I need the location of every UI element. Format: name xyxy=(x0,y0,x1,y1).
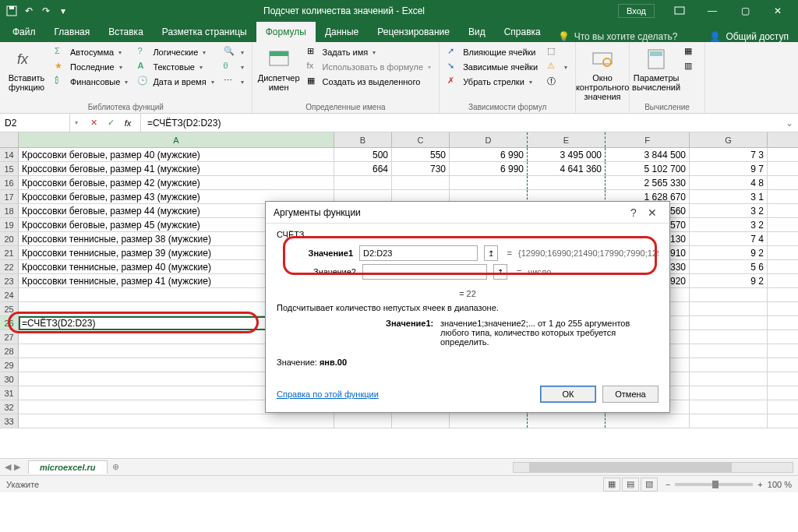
row-header[interactable]: 21 xyxy=(0,246,19,259)
cell[interactable] xyxy=(450,176,528,189)
trace-dependents-button[interactable]: ➘Зависимые ячейки xyxy=(444,60,541,74)
cell[interactable] xyxy=(528,414,606,428)
create-from-selection-button[interactable]: ▦Создать из выделенного xyxy=(304,75,435,89)
tab-page-layout[interactable]: Разметка страницы xyxy=(153,22,256,42)
maximize-icon[interactable]: ▢ xyxy=(729,0,761,22)
fx-icon[interactable]: fx xyxy=(122,117,134,129)
cell[interactable] xyxy=(690,414,768,428)
cell[interactable] xyxy=(690,302,768,315)
login-button[interactable]: Вход xyxy=(618,4,655,18)
dialog-help-icon[interactable]: ? xyxy=(624,203,643,222)
cell[interactable]: 550 xyxy=(392,148,450,161)
col-header[interactable]: A xyxy=(19,132,334,147)
calc-options-button[interactable]: Параметры вычислений xyxy=(634,45,678,101)
math-button[interactable]: θ▾ xyxy=(221,60,247,74)
tab-file[interactable]: Файл xyxy=(3,22,45,42)
horizontal-scrollbar[interactable] xyxy=(513,462,793,473)
cancel-button[interactable]: Отмена xyxy=(602,386,659,403)
cell[interactable]: 9 2 xyxy=(690,274,768,287)
datetime-button[interactable]: 🕒Дата и время▾ xyxy=(134,75,217,89)
cancel-formula-icon[interactable]: ✕ xyxy=(87,117,100,129)
cell[interactable]: Кроссовки беговые, размер 42 (мужские) xyxy=(19,176,334,189)
tab-home[interactable]: Главная xyxy=(45,22,100,42)
minimize-icon[interactable]: — xyxy=(697,0,728,22)
cell[interactable]: 9 2 xyxy=(690,246,768,259)
close-icon[interactable]: ✕ xyxy=(762,0,793,22)
row-header[interactable]: 14 xyxy=(0,148,19,161)
normal-view-icon[interactable]: ▦ xyxy=(603,477,620,491)
col-header[interactable]: C xyxy=(392,132,450,147)
cell[interactable]: 7 3 xyxy=(690,148,768,161)
cell[interactable] xyxy=(450,414,528,428)
row-header[interactable]: 28 xyxy=(0,344,19,358)
dialog-close-icon[interactable]: ✕ xyxy=(643,203,662,222)
row-header[interactable]: 30 xyxy=(0,372,19,386)
arg2-input[interactable] xyxy=(362,264,487,280)
sheet-next-icon[interactable]: ▶ xyxy=(14,462,20,472)
trace-precedents-button[interactable]: ➚Влияющие ячейки xyxy=(444,45,541,59)
function-help-link[interactable]: Справка по этой функции xyxy=(277,389,379,399)
cell[interactable]: 730 xyxy=(392,162,450,175)
row-header[interactable]: 23 xyxy=(0,274,19,287)
expand-formula-icon[interactable]: ⌄ xyxy=(781,118,798,129)
tell-me-search[interactable]: 💡 Что вы хотите сделать? xyxy=(558,31,678,42)
row-header[interactable]: 27 xyxy=(0,330,19,344)
calc-sheet-button[interactable]: ▥ xyxy=(681,60,700,74)
cell[interactable] xyxy=(690,330,768,344)
text-button[interactable]: AТекстовые▾ xyxy=(134,60,217,74)
cell[interactable]: 7 4 xyxy=(690,232,768,245)
cell[interactable]: 3 2 xyxy=(690,204,768,217)
select-all-corner[interactable] xyxy=(0,132,19,147)
cell[interactable]: 3 495 000 xyxy=(528,148,606,161)
accept-formula-icon[interactable]: ✓ xyxy=(104,117,117,129)
undo-icon[interactable]: ↶ xyxy=(22,4,36,18)
cell[interactable]: 5 102 700 xyxy=(606,162,690,175)
name-manager-button[interactable]: Диспетчер имен xyxy=(257,45,301,101)
financial-button[interactable]: ₿Финансовые▾ xyxy=(51,75,131,89)
row-header[interactable]: 22 xyxy=(0,260,19,273)
row-header[interactable]: 18 xyxy=(0,204,19,217)
cell[interactable]: Кроссовки беговые, размер 41 (мужские) xyxy=(19,162,334,175)
range-picker-icon[interactable]: ↥ xyxy=(484,245,497,261)
tab-insert[interactable]: Вставка xyxy=(99,22,153,42)
col-header[interactable]: D xyxy=(450,132,528,147)
cell[interactable] xyxy=(690,316,768,329)
col-header[interactable]: F xyxy=(606,132,690,147)
ok-button[interactable]: ОК xyxy=(540,386,596,403)
tab-view[interactable]: Вид xyxy=(459,22,495,42)
cell[interactable] xyxy=(690,344,768,358)
cell[interactable]: 500 xyxy=(334,148,392,161)
page-break-view-icon[interactable]: ▧ xyxy=(641,477,658,491)
remove-arrows-button[interactable]: ✗Убрать стрелки▾ xyxy=(444,75,541,89)
cell[interactable]: 4 8 xyxy=(690,176,768,189)
name-box[interactable]: D2 xyxy=(0,114,70,132)
row-header[interactable]: 25 xyxy=(0,302,19,315)
cell[interactable]: 3 844 500 xyxy=(606,148,690,161)
cell[interactable]: 9 7 xyxy=(690,162,768,175)
tab-review[interactable]: Рецензирование xyxy=(368,22,459,42)
cell[interactable]: 3 1 xyxy=(690,190,768,203)
ribbon-options-icon[interactable] xyxy=(664,0,695,22)
cell[interactable] xyxy=(690,400,768,414)
row-header[interactable]: 16 xyxy=(0,176,19,189)
cell[interactable]: 2 565 330 xyxy=(606,176,690,189)
zoom-out-icon[interactable]: − xyxy=(666,480,670,489)
redo-icon[interactable]: ↷ xyxy=(39,4,53,18)
row-header[interactable]: 32 xyxy=(0,400,19,414)
cell[interactable]: 6 990 xyxy=(450,162,528,175)
page-layout-view-icon[interactable]: ▤ xyxy=(622,477,639,491)
tab-data[interactable]: Данные xyxy=(316,22,368,42)
cell[interactable]: 664 xyxy=(334,162,392,175)
cell[interactable] xyxy=(392,176,450,189)
cell[interactable]: 6 990 xyxy=(450,148,528,161)
cell[interactable] xyxy=(690,288,768,301)
recent-button[interactable]: ★Последние▾ xyxy=(51,60,131,74)
share-button[interactable]: 👤 Общий доступ xyxy=(709,31,795,42)
col-header[interactable]: B xyxy=(334,132,392,147)
cell[interactable] xyxy=(334,176,392,189)
more-button[interactable]: ⋯▾ xyxy=(221,75,247,89)
row-header[interactable]: 31 xyxy=(0,386,19,400)
arg1-input[interactable] xyxy=(359,245,478,261)
row-header[interactable]: 20 xyxy=(0,232,19,245)
zoom-slider[interactable] xyxy=(675,483,753,486)
